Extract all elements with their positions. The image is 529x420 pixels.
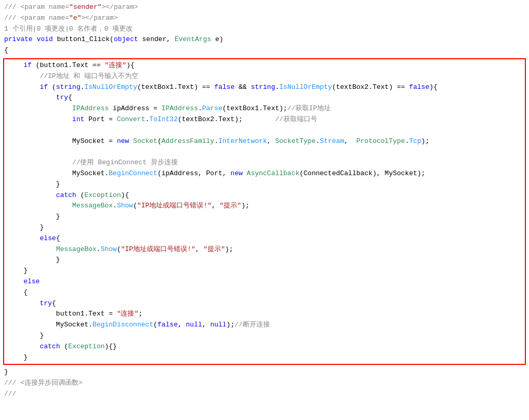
- hl-catch-close: }: [4, 212, 525, 222]
- hl-messagebox-2: MessageBox . Show ( "IP地址或端口号错误!" , "提示"…: [4, 244, 525, 255]
- hl-button-text-assign: button1.Text = "连接" ;: [4, 309, 525, 320]
- hl-blank2: [4, 147, 525, 158]
- hl-else-brace-open: {: [4, 287, 525, 298]
- hl-try2-close: }: [4, 331, 525, 342]
- hl-comment-ip: //IP地址 和 端口号输入不为空: [4, 71, 525, 82]
- hl-blank1: [4, 125, 525, 136]
- line-open-brace-outer: {: [0, 45, 529, 56]
- hl-if-button-text: if (button1.Text == "连接" ){: [4, 60, 525, 71]
- hl-else-open: else {: [4, 233, 525, 244]
- hl-comment-beginconnect: //使用 BeginConnect 异步连接: [4, 158, 525, 168]
- hl-begindisconnect: MySocket. BeginDisconnect ( false , null…: [4, 320, 525, 331]
- highlighted-code-block: if (button1.Text == "连接" ){ //IP地址 和 端口号…: [3, 58, 526, 365]
- hl-else-close: }: [4, 255, 525, 266]
- hl-mysocket-new: MySocket = new Socket ( AddressFamily . …: [4, 136, 525, 147]
- hl-try2-open: try {: [4, 298, 525, 309]
- hl-try-close: }: [4, 179, 525, 190]
- hl-catch2: catch ( Exception ){}: [4, 342, 525, 352]
- code-container: /// <param name="sender"></param> /// <p…: [0, 0, 529, 420]
- hl-try-open: try {: [4, 93, 525, 103]
- hl-messagebox-1: MessageBox . Show ( "IP地址或端口号错误!" , "提示"…: [4, 201, 525, 212]
- line-comment-callback: /// <连接异步回调函数>: [0, 378, 529, 389]
- hl-if-button-close: }: [4, 266, 525, 277]
- line-comment-triple-slash: ///: [0, 389, 529, 400]
- hl-if-isnull: if ( string . IsNullOrEmpty (textBox1.Te…: [4, 82, 525, 93]
- hl-if-isnull-close: }: [4, 222, 525, 233]
- hl-ipaddress-parse: IPAddress ipAddress = IPAddress . Parse …: [4, 103, 525, 114]
- line-method-close: }: [0, 367, 529, 378]
- line-comment-sender: /// <param name="sender"></param>: [0, 2, 529, 13]
- line-comment-e: /// <param name="e"></param>: [0, 13, 529, 24]
- line-ref-info: 1 个引用|0 项更改|0 名作者，0 项更改: [0, 24, 529, 35]
- hl-else-brace-close: }: [4, 352, 525, 363]
- hl-int-port: int Port = Convert . ToInt32 (textBox2.T…: [4, 114, 525, 125]
- hl-beginconnect: MySocket. BeginConnect (ipAddress, Port,…: [4, 168, 525, 179]
- line-method-signature: private void button1_Click( object sende…: [0, 34, 529, 45]
- hl-else-keyword: else: [4, 277, 525, 287]
- hl-catch-exception: catch ( Exception ){: [4, 190, 525, 201]
